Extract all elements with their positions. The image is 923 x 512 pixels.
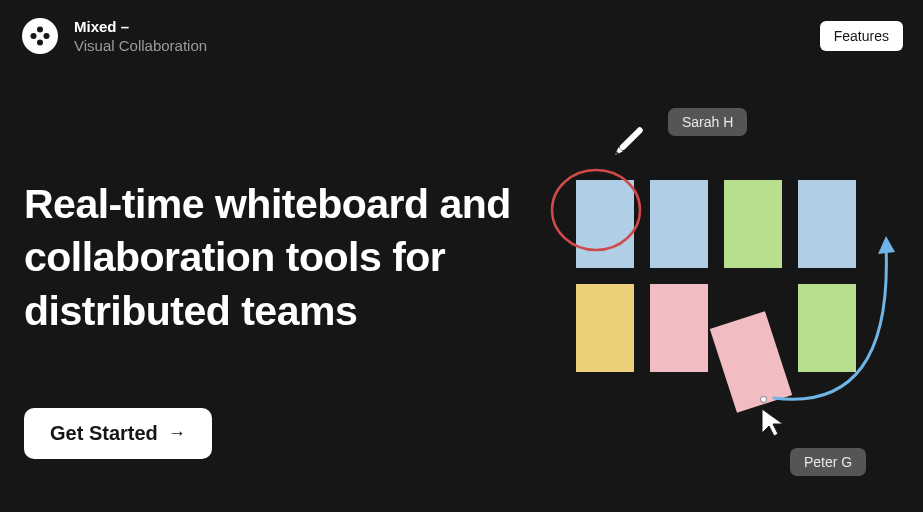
- brand-text: Mixed – Visual Collaboration: [74, 17, 207, 56]
- get-started-button[interactable]: Get Started →: [24, 408, 212, 459]
- user-tag-label: Peter G: [804, 454, 852, 470]
- sticky-note: [650, 284, 708, 372]
- svg-point-0: [22, 18, 58, 54]
- pencil-icon: [602, 118, 652, 168]
- svg-marker-9: [878, 236, 895, 254]
- circle-annotation-icon: [546, 158, 646, 258]
- svg-rect-6: [619, 126, 644, 151]
- features-button[interactable]: Features: [820, 21, 903, 51]
- curved-arrow-icon: [768, 228, 908, 408]
- header: Mixed – Visual Collaboration Features: [0, 0, 923, 72]
- cursor-icon: [758, 406, 792, 440]
- svg-point-4: [31, 33, 37, 39]
- user-tag: Sarah H: [668, 108, 747, 136]
- user-tag-label: Sarah H: [682, 114, 733, 130]
- user-tag: Peter G: [790, 448, 866, 476]
- brand-title: Mixed –: [74, 17, 207, 37]
- hero-heading: Real-time whiteboard and collaboration t…: [24, 178, 516, 338]
- whiteboard-canvas: Sarah H Peter G: [540, 100, 920, 500]
- drag-handle-icon: [759, 395, 768, 404]
- brand: Mixed – Visual Collaboration: [20, 16, 207, 56]
- svg-point-3: [37, 40, 43, 46]
- sticky-note: [650, 180, 708, 268]
- arrow-right-icon: →: [168, 423, 186, 444]
- svg-point-2: [44, 33, 50, 39]
- cta-label: Get Started: [50, 422, 158, 445]
- hero: Real-time whiteboard and collaboration t…: [0, 178, 540, 459]
- brand-subtitle: Visual Collaboration: [74, 36, 207, 56]
- svg-point-1: [37, 27, 43, 33]
- svg-point-5: [552, 170, 640, 250]
- logo-icon: [20, 16, 60, 56]
- sticky-note: [576, 284, 634, 372]
